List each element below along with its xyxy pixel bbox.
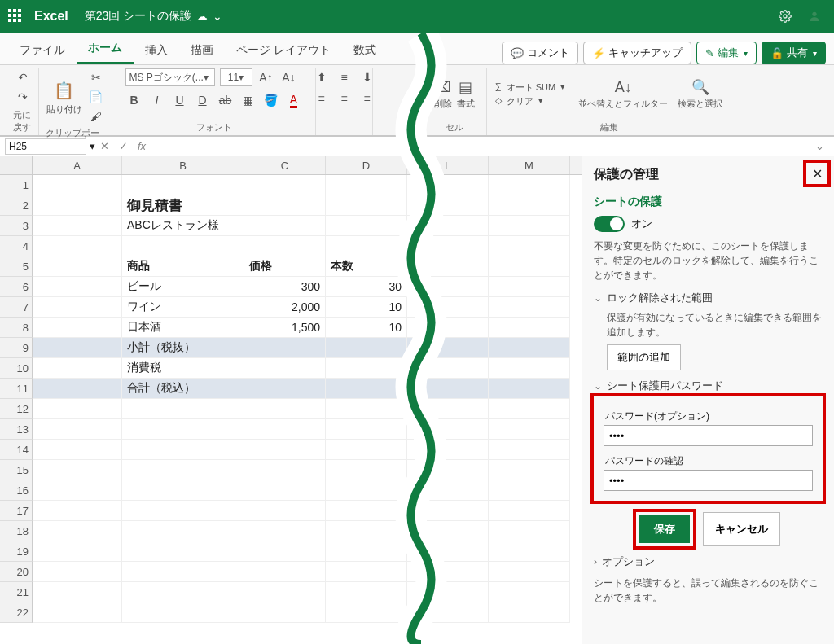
row-header[interactable]: 14 (0, 440, 33, 460)
enter-formula-icon[interactable]: ✓ (119, 140, 128, 152)
pane-close-button[interactable]: ✕ (806, 163, 827, 184)
col-header-c[interactable]: C (244, 156, 326, 174)
cell[interactable]: 30 (326, 277, 407, 297)
cell[interactable]: 10 (326, 318, 407, 338)
name-box[interactable]: H25 (5, 138, 86, 155)
col-header-b[interactable]: B (122, 156, 244, 174)
password-confirm-input[interactable] (604, 470, 813, 491)
row-header[interactable]: 2 (0, 195, 33, 216)
cut-button[interactable]: ✂ (87, 68, 105, 86)
align-left-button[interactable]: ≡ (313, 90, 331, 107)
tab-formulas[interactable]: 数式 (342, 37, 388, 64)
options-section[interactable]: オプション (594, 554, 823, 569)
bold-button[interactable]: B (125, 91, 143, 109)
document-name[interactable]: 第23回 シートの保護 ☁ ⌄ (85, 9, 222, 24)
decrease-font-button[interactable]: A↓ (280, 68, 298, 86)
align-top-button[interactable]: ⬆ (313, 68, 331, 86)
cell[interactable]: 小計（税抜） (122, 338, 244, 358)
delete-cells-button[interactable]: ⌧ (434, 78, 452, 96)
row-header[interactable]: 5 (0, 256, 33, 277)
italic-button[interactable]: I (148, 91, 166, 109)
format-painter-button[interactable]: 🖌 (87, 107, 105, 125)
expand-formula-bar-icon[interactable]: ⌄ (815, 140, 824, 152)
save-button[interactable]: 保存 (639, 515, 690, 543)
row-header[interactable]: 7 (0, 297, 33, 318)
row-header[interactable]: 3 (0, 216, 33, 236)
tab-insert[interactable]: 挿入 (134, 37, 179, 64)
add-range-button[interactable]: 範囲の追加 (607, 344, 681, 370)
redo-button[interactable]: ↷ (14, 88, 32, 106)
row-header[interactable]: 11 (0, 379, 33, 399)
cancel-formula-icon[interactable]: ✕ (100, 140, 109, 152)
autosum-button[interactable]: ∑ オート SUM ▾ (495, 81, 565, 94)
row-header[interactable]: 6 (0, 277, 33, 297)
catchup-button[interactable]: ⚡ キャッチアップ (583, 42, 691, 64)
comment-button[interactable]: 💬 コメント (502, 42, 578, 64)
row-header[interactable]: 12 (0, 399, 33, 419)
password-input[interactable] (604, 425, 813, 446)
font-name-picker[interactable]: MS Pゴシック(... ▾ (125, 68, 215, 86)
cell[interactable]: ワイン (122, 297, 244, 318)
select-all-corner[interactable] (0, 156, 33, 174)
cell[interactable]: ビール (122, 277, 244, 297)
cell[interactable]: 1,500 (244, 318, 326, 338)
col-header-l[interactable]: L (407, 156, 489, 174)
cell[interactable]: ABCレストラン様 (122, 216, 244, 236)
row-header[interactable]: 8 (0, 318, 33, 338)
paste-button[interactable]: 📋 (53, 79, 76, 102)
password-section[interactable]: シート保護用パスワード (594, 379, 823, 393)
share-button[interactable]: 🔓 共有 (762, 42, 826, 64)
border-button[interactable]: ▦ (239, 91, 257, 109)
underline-button[interactable]: U (171, 91, 189, 109)
tab-home[interactable]: ホーム (77, 34, 134, 64)
row-header[interactable]: 22 (0, 602, 33, 623)
increase-font-button[interactable]: A↑ (257, 68, 275, 86)
row-header[interactable]: 4 (0, 236, 33, 256)
clear-button[interactable]: ◇ クリア ▾ (495, 95, 543, 107)
col-header-a[interactable]: A (33, 156, 122, 174)
unlocked-ranges-section[interactable]: ロック解除された範囲 (594, 291, 823, 305)
row-header[interactable]: 19 (0, 541, 33, 562)
double-underline-button[interactable]: D (194, 91, 212, 109)
cell[interactable]: 価格 (244, 256, 326, 277)
row-header[interactable]: 18 (0, 521, 33, 541)
row-header[interactable]: 15 (0, 460, 33, 480)
find-select-button[interactable]: 🔍 (691, 78, 709, 96)
cell[interactable]: 日本酒 (122, 318, 244, 338)
align-mid-button[interactable]: ≡ (336, 68, 353, 86)
cell[interactable]: 合計（税込） (122, 379, 244, 399)
cell[interactable]: 商品 (122, 256, 244, 277)
row-header[interactable]: 20 (0, 562, 33, 582)
fx-icon[interactable]: fx (138, 140, 146, 152)
tab-draw[interactable]: 描画 (179, 37, 225, 64)
cell[interactable]: 2,000 (244, 297, 326, 318)
font-color-button[interactable]: A (285, 91, 303, 109)
row-header[interactable]: 10 (0, 358, 33, 379)
row-header[interactable]: 21 (0, 582, 33, 602)
fill-color-button[interactable]: 🪣 (262, 91, 280, 109)
tab-file[interactable]: ファイル (8, 37, 77, 64)
tab-layout[interactable]: ページ レイアウト (225, 37, 342, 64)
cell[interactable]: 本数 (326, 256, 407, 277)
sort-filter-button[interactable]: A↓ (614, 78, 632, 96)
settings-icon[interactable] (774, 5, 797, 28)
account-icon[interactable] (803, 5, 826, 28)
edit-button[interactable]: ✎ 編集 (696, 42, 757, 64)
align-center-button[interactable]: ≡ (336, 90, 353, 107)
format-cells-button[interactable]: ▤ (457, 78, 475, 96)
copy-button[interactable]: 📄 (87, 88, 105, 106)
cell[interactable]: 300 (244, 277, 326, 297)
font-size-picker[interactable]: 11 ▾ (220, 68, 252, 86)
undo-button[interactable]: ↶ (14, 68, 32, 86)
protect-toggle[interactable] (594, 216, 625, 232)
row-header[interactable]: 9 (0, 338, 33, 358)
strike-button[interactable]: ab (217, 91, 235, 109)
row-header[interactable]: 17 (0, 501, 33, 521)
cell-title[interactable]: 御見積書 (122, 195, 244, 216)
app-launcher-icon[interactable] (8, 9, 23, 24)
name-box-dropdown[interactable]: ▾ (90, 140, 95, 152)
row-header[interactable]: 13 (0, 419, 33, 440)
cell[interactable]: 消費税 (122, 358, 244, 379)
row-header[interactable]: 1 (0, 175, 33, 195)
cell[interactable]: 10 (326, 297, 407, 318)
